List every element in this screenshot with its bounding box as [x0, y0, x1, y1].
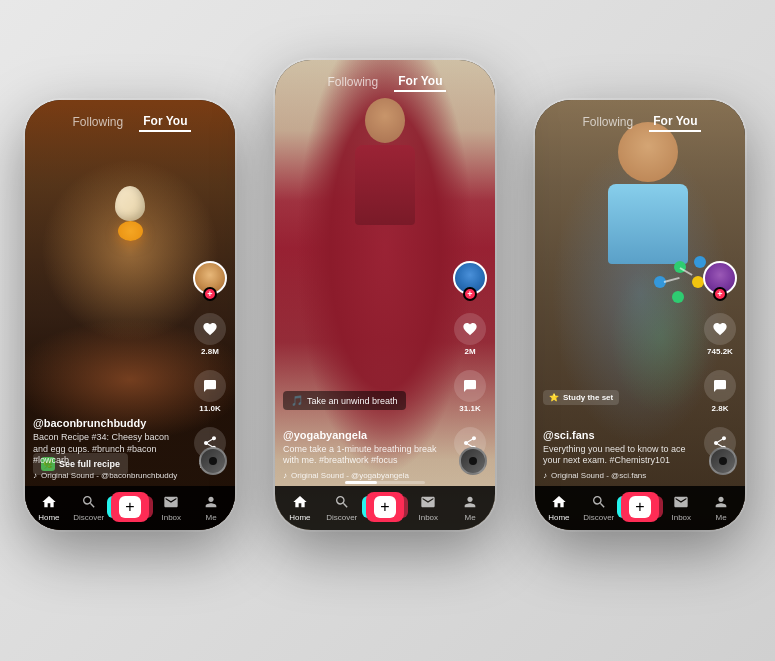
like-button-right[interactable]: 745.2K [704, 313, 736, 356]
atom-3 [692, 276, 704, 288]
nav-discover-left[interactable]: Discover [71, 493, 106, 522]
like-icon-left [194, 313, 226, 345]
sound-row-left: ♪ Original Sound - @baconbrunchbuddy [33, 471, 185, 480]
comment-count-center: 31.1K [459, 404, 480, 413]
inbox-icon-left [162, 493, 180, 511]
egg-yolk [118, 221, 143, 241]
home-icon-right [550, 493, 568, 511]
add-button-right[interactable]: + [621, 492, 659, 522]
like-icon-right [704, 313, 736, 345]
phone-left: Following For You + 2.8M [25, 100, 235, 530]
nav-add-center[interactable]: + [366, 492, 404, 522]
follow-plus-left[interactable]: + [203, 287, 217, 301]
following-tab-right[interactable]: Following [579, 113, 638, 131]
nav-discover-center[interactable]: Discover [324, 493, 359, 522]
music-disc-inner-center [469, 457, 477, 465]
comment-button-left[interactable]: 11.0K [194, 370, 226, 413]
me-label-center: Me [465, 513, 476, 522]
sound-row-right: ♪ Original Sound - @sci.fans [543, 471, 695, 480]
username-right[interactable]: @sci.fans [543, 429, 695, 441]
home-label-left: Home [38, 513, 59, 522]
like-button-center[interactable]: 2M [454, 313, 486, 356]
nav-home-right[interactable]: Home [541, 493, 576, 522]
nav-add-right[interactable]: + [621, 492, 659, 522]
nav-inbox-left[interactable]: Inbox [154, 493, 189, 522]
like-button-left[interactable]: 2.8M [194, 313, 226, 356]
description-right: Everything you need to know to ace your … [543, 444, 695, 467]
add-button-center[interactable]: + [366, 492, 404, 522]
music-note-right: ♪ [543, 471, 547, 480]
creator-avatar-left[interactable]: + [193, 261, 227, 295]
phone-center: Following For You + 2M [275, 60, 495, 530]
sound-row-center: ♪ Original Sound - @yogabyangela [283, 471, 445, 480]
music-disc-inner-left [209, 457, 217, 465]
creator-avatar-center[interactable]: + [453, 261, 487, 295]
creator-avatar-right[interactable]: + [703, 261, 737, 295]
comment-count-right: 2.8K [712, 404, 729, 413]
comment-count-left: 11.0K [199, 404, 220, 413]
top-navigation-left: Following For You [25, 100, 235, 138]
progress-fill-center [345, 481, 377, 484]
inbox-label-right: Inbox [671, 513, 691, 522]
music-disc-right [709, 447, 737, 475]
discover-label-right: Discover [583, 513, 614, 522]
like-count-center: 2M [464, 347, 475, 356]
for-you-tab-left[interactable]: For You [139, 112, 191, 132]
nav-me-right[interactable]: Me [704, 493, 739, 522]
music-disc-left [199, 447, 227, 475]
me-icon-left [202, 493, 220, 511]
add-button-left[interactable]: + [111, 492, 149, 522]
study-icon: ⭐ [549, 393, 559, 402]
nav-home-center[interactable]: Home [282, 493, 317, 522]
top-navigation-right: Following For You [535, 100, 745, 138]
username-center[interactable]: @yogabyangela [283, 429, 445, 441]
nav-inbox-right[interactable]: Inbox [664, 493, 699, 522]
right-actions-center: + 2M 31.1K [453, 261, 487, 470]
atom-4 [672, 291, 684, 303]
inbox-label-center: Inbox [418, 513, 438, 522]
discover-icon-center [333, 493, 351, 511]
discover-icon-right [590, 493, 608, 511]
nav-add-left[interactable]: + [111, 492, 149, 522]
food-visual [100, 186, 160, 266]
me-label-left: Me [206, 513, 217, 522]
sound-text-center: Original Sound - @yogabyangela [291, 471, 409, 480]
bottom-nav-center: Home Discover + Inbox [275, 486, 495, 530]
for-you-tab-center[interactable]: For You [394, 72, 446, 92]
phone-left-screen: Following For You + 2.8M [25, 100, 235, 530]
comment-button-right[interactable]: 2.8K [704, 370, 736, 413]
description-center: Come take a 1-minute breathing break wit… [283, 444, 445, 467]
music-disc-center [459, 447, 487, 475]
comment-button-center[interactable]: 31.1K [454, 370, 486, 413]
inbox-icon-right [672, 493, 690, 511]
nav-discover-right[interactable]: Discover [581, 493, 616, 522]
home-label-center: Home [289, 513, 310, 522]
breathing-icon: 🎵 [291, 395, 303, 406]
study-banner-right[interactable]: ⭐ Study the set [543, 390, 619, 405]
bottom-nav-right: Home Discover + Inbox [535, 486, 745, 530]
nav-home-left[interactable]: Home [31, 493, 66, 522]
me-icon-center [461, 493, 479, 511]
following-tab-left[interactable]: Following [69, 113, 128, 131]
like-icon-center [454, 313, 486, 345]
discover-label-left: Discover [73, 513, 104, 522]
add-icon-left: + [119, 496, 141, 518]
for-you-tab-right[interactable]: For You [649, 112, 701, 132]
add-icon-center: + [374, 496, 396, 518]
nav-me-left[interactable]: Me [194, 493, 229, 522]
study-text: Study the set [563, 393, 613, 402]
nav-inbox-center[interactable]: Inbox [411, 493, 446, 522]
top-navigation-center: Following For You [275, 60, 495, 98]
follow-plus-right[interactable]: + [713, 287, 727, 301]
phone-center-screen: Following For You + 2M [275, 60, 495, 530]
breathing-text: Take an unwind breath [307, 396, 398, 406]
progress-bar-center [345, 481, 425, 484]
discover-label-center: Discover [326, 513, 357, 522]
inbox-label-left: Inbox [161, 513, 181, 522]
username-left[interactable]: @baconbrunchbuddy [33, 417, 185, 429]
bottom-content-center: @yogabyangela Come take a 1-minute breat… [283, 429, 445, 480]
follow-plus-center[interactable]: + [463, 287, 477, 301]
phone-right-screen: Following For You + 745.2K [535, 100, 745, 530]
following-tab-center[interactable]: Following [324, 73, 383, 91]
nav-me-center[interactable]: Me [453, 493, 488, 522]
